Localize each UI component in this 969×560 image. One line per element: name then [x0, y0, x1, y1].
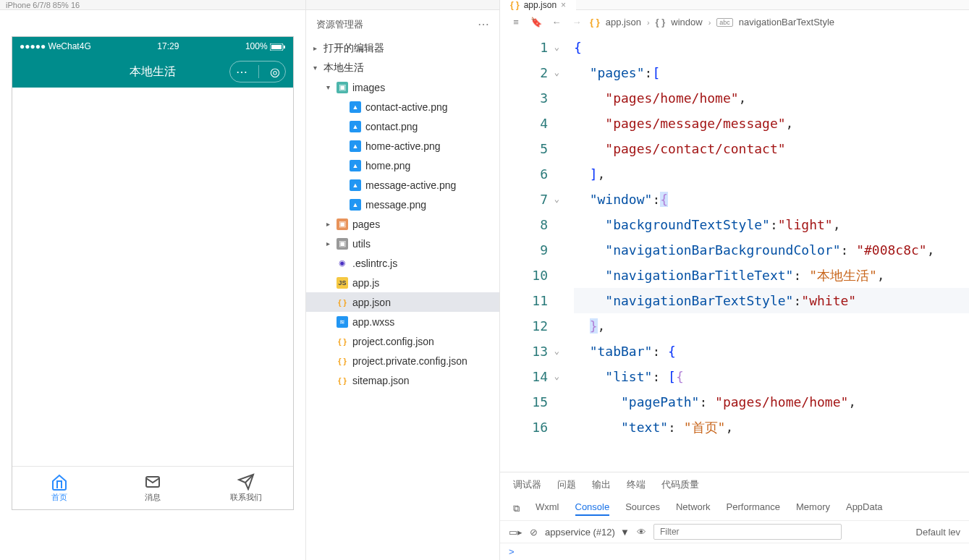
clear-icon[interactable]: ⊘: [530, 527, 538, 538]
wxss-icon: ≋: [337, 316, 348, 328]
capsule-close-icon[interactable]: ◎: [270, 65, 280, 79]
file-contact-active.png[interactable]: ▲contact-active.png: [306, 97, 499, 116]
explorer-more-icon[interactable]: ⋯: [478, 17, 489, 31]
time-label: 17:29: [157, 41, 179, 51]
phone-tabbar: 首页消息联系我们: [12, 466, 293, 509]
level-select[interactable]: Default lev: [916, 527, 960, 538]
capsule-menu-icon[interactable]: ⋯: [236, 65, 247, 79]
dt-sub-Wxml[interactable]: Wxml: [536, 501, 559, 516]
phone-body: [12, 88, 293, 466]
json-icon: { }: [337, 355, 348, 367]
project-root[interactable]: ▾本地生活: [306, 58, 499, 77]
open-editors-section[interactable]: ▸打开的编辑器: [306, 38, 499, 58]
dock-icon[interactable]: ⧉: [513, 503, 520, 514]
json-icon: { }: [510, 0, 520, 10]
close-tab-icon[interactable]: ×: [561, 0, 566, 10]
dt-sub-Sources[interactable]: Sources: [625, 501, 660, 516]
capsule-button[interactable]: ⋯ ◎: [229, 61, 286, 82]
dt-sub-Network[interactable]: Network: [676, 501, 711, 516]
fold-icon[interactable]: ⌄: [554, 339, 559, 364]
folder-images[interactable]: ▾▣images: [306, 77, 499, 97]
devtools-tabs-top: 调试器问题输出终端代码质量: [500, 472, 969, 497]
dt-tab-输出[interactable]: 输出: [592, 478, 611, 491]
folder-pages[interactable]: ▸▣pages: [306, 214, 499, 234]
editor-panel: { } app.json × ≡ 🔖 ← → { } app.json › { …: [500, 0, 969, 560]
eslint-icon: ◉: [337, 258, 348, 269]
simulator-toolbar: iPhone 6/7/8 85% 16: [0, 0, 305, 10]
phone-navbar: 本地生活 ⋯ ◎: [12, 56, 293, 88]
image-icon: ▲: [350, 140, 361, 152]
crumb-file[interactable]: app.json: [606, 17, 641, 27]
folder-icon: ▣: [337, 82, 348, 93]
file-home-active.png[interactable]: ▲home-active.png: [306, 136, 499, 156]
fold-icon[interactable]: ⌄: [554, 187, 559, 212]
json-icon: { }: [337, 375, 348, 386]
devtools-tabs-sub: ⧉ WxmlConsoleSourcesNetworkPerformanceMe…: [500, 497, 969, 520]
code-area[interactable]: 1⌄2⌄34567⌄8910111213⌄14⌄1516 { "pages":[…: [500, 35, 969, 472]
dt-sub-AppData[interactable]: AppData: [846, 501, 883, 516]
fold-icon[interactable]: ⌄: [554, 60, 559, 85]
file-message-active.png[interactable]: ▲message-active.png: [306, 175, 499, 195]
back-icon[interactable]: ←: [549, 17, 564, 27]
file-app.js[interactable]: JSapp.js: [306, 273, 499, 292]
crumb-prop[interactable]: navigationBarTextStyle: [739, 17, 834, 27]
dt-tab-代码质量[interactable]: 代码质量: [661, 478, 699, 491]
file-home.png[interactable]: ▲home.png: [306, 156, 499, 175]
json-icon: { }: [590, 17, 600, 27]
file-project.config.json[interactable]: { }project.config.json: [306, 331, 499, 351]
forward-icon[interactable]: →: [570, 17, 584, 27]
json-icon: { }: [337, 336, 348, 347]
tab-消息[interactable]: 消息: [106, 467, 199, 509]
dt-sub-Console[interactable]: Console: [575, 501, 610, 516]
console-toolbar: ▭▸ ⊘ appservice (#12) ▼ 👁 Default lev: [500, 520, 969, 543]
file-app.json[interactable]: { }app.json: [306, 292, 499, 312]
device-selector[interactable]: iPhone 6/7/8 85% 16: [6, 1, 80, 9]
explorer-header: 资源管理器 ⋯: [306, 10, 499, 38]
editor-tabs: { } app.json ×: [500, 0, 969, 10]
breadcrumb[interactable]: ≡ 🔖 ← → { } app.json › { } window › abc …: [500, 10, 969, 35]
file-contact.png[interactable]: ▲contact.png: [306, 116, 499, 136]
dt-sub-Performance[interactable]: Performance: [727, 501, 780, 516]
image-icon: ▲: [350, 160, 361, 171]
phone-frame: ●●●●● WeChat4G 17:29 100% 本地生活 ⋯ ◎ 首页消息联…: [12, 36, 294, 510]
eye-icon[interactable]: 👁: [637, 527, 646, 538]
svg-rect-2: [284, 46, 285, 48]
devtools-panel: 调试器问题输出终端代码质量 ⧉ WxmlConsoleSourcesNetwor…: [500, 472, 969, 560]
fold-icon[interactable]: ⌄: [554, 35, 559, 60]
text-icon: abc: [716, 18, 733, 27]
json-icon: { }: [337, 297, 348, 308]
crumb-window[interactable]: window: [671, 17, 702, 27]
editor-tab-appjson[interactable]: { } app.json ×: [500, 0, 576, 10]
explorer-title: 资源管理器: [316, 18, 363, 31]
explorer-panel: 资源管理器 ⋯ ▸打开的编辑器 ▾本地生活 ▾▣images ▲contact-…: [306, 0, 500, 560]
bookmark-icon[interactable]: 🔖: [529, 17, 543, 27]
file-.eslintrc.js[interactable]: ◉.eslintrc.js: [306, 253, 499, 273]
filter-input[interactable]: [653, 524, 842, 540]
file-app.wxss[interactable]: ≋app.wxss: [306, 312, 499, 331]
image-icon: ▲: [350, 179, 361, 191]
tab-label: app.json: [524, 0, 557, 10]
folder-utils[interactable]: ▸▣utils: [306, 234, 499, 253]
file-message.png[interactable]: ▲message.png: [306, 195, 499, 214]
file-project.private.config.json[interactable]: { }project.private.config.json: [306, 351, 499, 370]
capsule-divider: [258, 65, 259, 78]
phone-statusbar: ●●●●● WeChat4G 17:29 100%: [12, 37, 293, 56]
tab-联系我们[interactable]: 联系我们: [200, 467, 293, 509]
dt-tab-调试器[interactable]: 调试器: [513, 478, 541, 491]
play-icon[interactable]: ▭▸: [509, 527, 522, 538]
image-icon: ▲: [350, 199, 361, 211]
console-prompt[interactable]: >: [500, 543, 969, 560]
scope-select[interactable]: appservice (#12) ▼: [545, 527, 630, 538]
battery-label: 100%: [245, 41, 286, 51]
file-sitemap.json[interactable]: { }sitemap.json: [306, 370, 499, 390]
folder-icon: ▣: [337, 238, 348, 250]
list-icon[interactable]: ≡: [509, 17, 523, 27]
tab-首页[interactable]: 首页: [12, 467, 106, 509]
dt-tab-问题[interactable]: 问题: [557, 478, 576, 491]
folder-icon: ▣: [337, 219, 348, 230]
brace-icon: { }: [656, 17, 666, 27]
fold-icon[interactable]: ⌄: [554, 364, 559, 389]
image-icon: ▲: [350, 101, 361, 113]
dt-tab-终端[interactable]: 终端: [627, 478, 646, 491]
dt-sub-Memory[interactable]: Memory: [796, 501, 830, 516]
